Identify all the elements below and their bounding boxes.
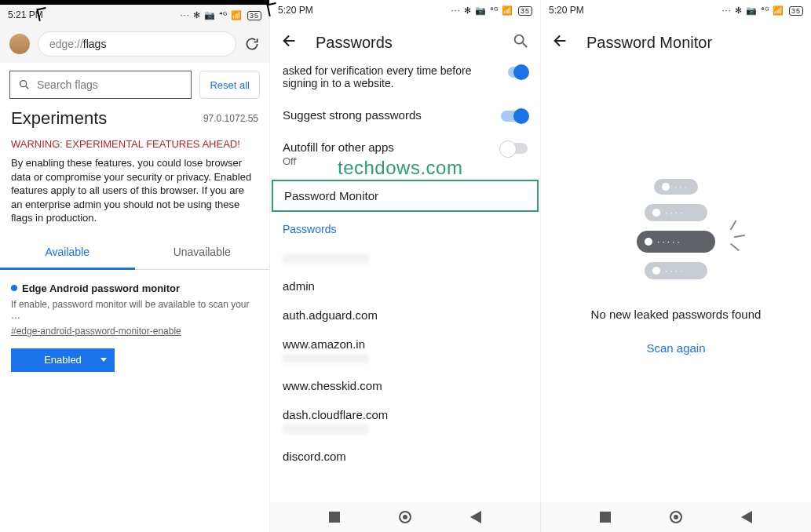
- suggest-passwords-label: Suggest strong passwords: [283, 108, 422, 122]
- back-button[interactable]: [281, 32, 298, 53]
- page-title: Experiments: [11, 108, 107, 129]
- site-item[interactable]: auth.adguard.com: [270, 301, 540, 330]
- android-nav-bar: [270, 502, 540, 532]
- reset-all-button[interactable]: Reset all: [199, 71, 260, 99]
- site-item[interactable]: admin: [270, 271, 540, 301]
- status-time: 5:20 PM: [549, 5, 584, 16]
- svg-line-1: [26, 86, 28, 89]
- scan-again-button[interactable]: Scan again: [541, 341, 811, 355]
- battery-icon: 35: [518, 6, 532, 16]
- flag-state-dropdown[interactable]: Enabled: [11, 348, 115, 372]
- android-nav-bar: [541, 502, 811, 532]
- nav-back-icon[interactable]: [741, 511, 752, 523]
- svg-line-3: [523, 43, 528, 48]
- back-button[interactable]: [552, 32, 569, 53]
- page-title: Password Monitor: [586, 34, 712, 52]
- watermark: techdows.com: [338, 157, 462, 179]
- nav-back-icon[interactable]: [470, 511, 481, 523]
- nav-home-icon[interactable]: [670, 511, 682, 523]
- search-button[interactable]: [512, 32, 529, 53]
- battery-icon: 35: [789, 6, 803, 16]
- flag-title: Edge Android password monitor: [11, 282, 258, 294]
- site-item[interactable]: www.amazon.in: [270, 330, 540, 371]
- search-icon: [18, 78, 31, 91]
- autofill-label: Autofill for other apps: [283, 140, 394, 154]
- status-bar: 5:21 PM ··· ✻ 📷 ⁴ᴳ 📶 35: [0, 5, 269, 25]
- suggest-passwords-toggle[interactable]: [501, 111, 528, 122]
- version-label: 97.0.1072.55: [203, 113, 258, 124]
- site-item[interactable]: [270, 243, 540, 271]
- modified-dot-icon: [11, 285, 17, 291]
- status-bar: 5:20 PM ··· ✻ 📷 ⁴ᴳ 📶 35: [541, 0, 811, 20]
- flag-anchor-link[interactable]: #edge-android-password-monitor-enable: [11, 326, 181, 337]
- status-time: 5:20 PM: [278, 5, 313, 16]
- site-item[interactable]: www.chesskid.com: [270, 371, 540, 400]
- warning-body: By enabling these features, you could lo…: [0, 156, 269, 225]
- search-flags-input[interactable]: Search flags: [9, 71, 192, 99]
- address-bar[interactable]: edge://flags: [38, 31, 236, 56]
- nav-home-icon[interactable]: [399, 511, 411, 523]
- flag-description: If enable, password monitor will be avai…: [11, 299, 258, 321]
- tab-available[interactable]: Available: [0, 236, 135, 270]
- status-tray-icons: ··· ✻ 📷 ⁴ᴳ 📶: [451, 5, 513, 15]
- site-item[interactable]: dash.cloudflare.com: [270, 400, 540, 442]
- cursor-icon: [36, 7, 48, 21]
- result-message: No new leaked passwords found: [541, 308, 811, 321]
- illustration: ··· ···· ····· ····: [541, 174, 811, 284]
- avatar[interactable]: [9, 34, 30, 54]
- password-monitor-item[interactable]: Password Monitor: [272, 180, 539, 212]
- reload-button[interactable]: [244, 36, 260, 52]
- verification-toggle[interactable]: [508, 67, 528, 78]
- passwords-section-header: Passwords: [270, 215, 540, 243]
- status-tray-icons: ··· ✻ 📷 ⁴ᴳ 📶: [722, 5, 784, 15]
- nav-recent-icon[interactable]: [600, 512, 611, 523]
- status-tray-icons: ··· ✻ 📷 ⁴ᴳ 📶: [181, 10, 243, 20]
- battery-icon: 35: [247, 11, 261, 20]
- status-bar: 5:20 PM ··· ✻ 📷 ⁴ᴳ 📶 35: [270, 0, 540, 20]
- tab-unavailable[interactable]: Unavailable: [135, 236, 270, 269]
- svg-point-0: [20, 81, 27, 87]
- autofill-toggle[interactable]: [501, 143, 528, 154]
- cursor-icon: [266, 2, 278, 16]
- setting-description: asked for verification every time before…: [283, 64, 508, 89]
- warning-text: WARNING: EXPERIMENTAL FEATURES AHEAD!: [0, 130, 269, 156]
- page-title: Passwords: [316, 34, 393, 52]
- user-icon: [645, 238, 652, 246]
- svg-point-2: [515, 35, 524, 44]
- nav-recent-icon[interactable]: [329, 512, 340, 523]
- site-item[interactable]: discord.com: [270, 442, 540, 471]
